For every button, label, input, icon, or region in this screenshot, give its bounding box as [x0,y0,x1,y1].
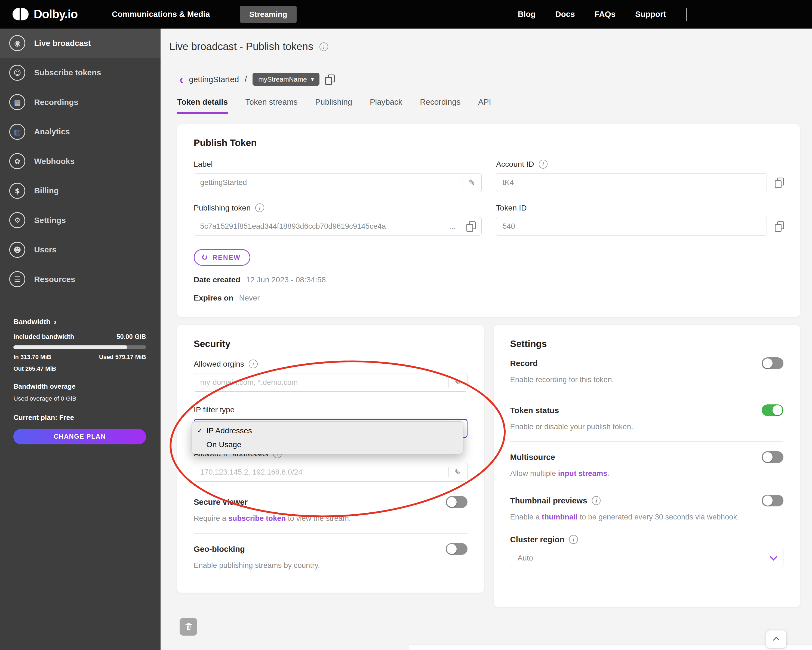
included-bandwidth-row: Included bandwidth 50.00 GiB [13,333,146,341]
broadcast-icon: ◉ [9,35,25,51]
nav-streaming[interactable]: Streaming [240,6,297,23]
bandwidth-progressbar [13,346,146,349]
publish-token-fields: Label gettingStarted ✎ Account ID i tK [194,160,784,236]
sidebar-item-webhooks[interactable]: ✿ Webhooks [0,146,160,176]
sidebar-item-recordings[interactable]: ▤ Recordings [0,88,160,117]
nav-blog[interactable]: Blog [518,9,536,19]
scroll-to-top-button[interactable] [766,630,786,648]
sidebar-item-resources[interactable]: ☰ Resources [0,264,160,294]
top-navbar: Dolby.io Communications & Media Streamin… [0,0,812,29]
sidebar-item-live-broadcast[interactable]: ◉ Live broadcast [0,29,160,58]
dolby-logo[interactable]: Dolby.io [12,8,78,21]
token-status-toggle[interactable] [762,404,783,416]
geo-blocking-toggle[interactable] [446,543,467,555]
tab-recordings[interactable]: Recordings [420,97,461,114]
account-id-label: Account ID [496,160,534,169]
brand-name: Dolby.io [34,8,78,21]
divider [510,394,783,395]
copy-account-id-icon[interactable] [775,178,783,187]
publishing-token-value: 5c7a15291f851ead344f18893d6ccb70d9619c91… [200,222,447,231]
nav-communications-media[interactable]: Communications & Media [112,9,210,19]
account-id-input: tK4 [496,173,767,192]
info-icon[interactable]: i [539,160,548,168]
tab-playback[interactable]: Playback [370,97,403,114]
sidebar-item-subscribe-tokens[interactable]: ☺ Subscribe tokens [0,58,160,87]
ip-filter-dropdown-menu: ✓ IP Addresses On Usage [192,421,463,454]
dropdown-option-ip-addresses[interactable]: ✓ IP Addresses [192,424,463,438]
delete-token-button[interactable] [180,618,197,636]
users-icon: ☻ [9,242,25,258]
breadcrumb-separator: / [245,75,247,84]
sidebar-item-users[interactable]: ☻ Users [0,235,160,264]
bandwidth-title: Bandwidth [13,318,50,326]
input-streams-link[interactable]: input streams [558,469,607,478]
chevron-right-icon: › [53,317,56,327]
stream-name-dropdown[interactable]: myStreamName ▾ [252,73,319,86]
input-divider [462,177,463,188]
tab-api[interactable]: API [478,97,491,114]
sidebar-item-label: Analytics [34,127,70,136]
edit-icon[interactable]: ✎ [468,178,475,187]
allowed-origins-input[interactable]: my-domain.com, *.demo.com ✎ [194,373,468,392]
tab-token-streams[interactable]: Token streams [246,97,298,114]
breadcrumb-token-name[interactable]: gettingStarted [189,75,239,84]
nav-docs[interactable]: Docs [556,9,575,19]
info-icon[interactable]: i [569,535,578,543]
thumbnail-link[interactable]: thumbnail [542,513,578,521]
webhook-icon: ✿ [9,153,25,169]
label-value: gettingStarted [200,178,458,187]
expires-row: Expires on Never [194,294,784,303]
copy-stream-name-icon[interactable] [325,75,334,84]
publish-token-card: Publish Token Label gettingStarted ✎ Acc… [177,124,800,317]
cluster-region-select[interactable]: Auto [510,549,783,568]
change-plan-button[interactable]: CHANGE PLAN [13,429,146,444]
account-id-value: tK4 [502,178,760,187]
bandwidth-out: Out 265.47 MiB [13,365,56,372]
back-chevron-icon[interactable]: ‹ [179,73,183,86]
allowed-origins-label: Allowed orgins [194,359,244,368]
sidebar-item-billing[interactable]: $ Billing [0,176,160,206]
recordings-stack-icon: ▤ [9,94,25,110]
copy-token-id-icon[interactable] [775,221,783,231]
ip-filter-field: IP filter type IP Addresses ✓ IP Address… [194,405,468,438]
edit-icon[interactable]: ✎ [454,378,461,387]
nav-faqs[interactable]: FAQs [595,9,615,19]
sidebar-item-analytics[interactable]: ▦ Analytics [0,117,160,146]
tab-publishing[interactable]: Publishing [315,97,352,114]
ellipsis-indicator: ... [449,222,455,231]
sidebar-item-label: Webhooks [34,157,75,166]
info-icon[interactable]: i [319,43,328,51]
sidebar-item-settings[interactable]: ⚙ Settings [0,206,160,235]
list-icon: ☰ [9,271,25,287]
subscribe-token-link[interactable]: subscribe token [228,514,286,522]
record-section: Record Enable recording for this token. [510,357,783,385]
dropdown-option-on-usage[interactable]: On Usage [192,438,463,452]
allowed-ip-input[interactable]: 170.123.145.2, 192.168.6.0/24 ✎ [194,463,468,482]
option-label: IP Addresses [206,426,252,435]
date-created-value: 12 Jun 2023 - 08:34:58 [246,275,326,284]
info-icon[interactable]: i [255,204,264,212]
date-created-row: Date created 12 Jun 2023 - 08:34:58 [194,275,784,284]
bandwidth-link[interactable]: Bandwidth › [13,317,146,327]
cluster-region-label: Cluster region [510,535,565,544]
tab-token-details[interactable]: Token details [177,97,228,114]
nav-support[interactable]: Support [635,9,666,19]
edit-icon[interactable]: ✎ [454,467,461,477]
allowed-origins-placeholder: my-domain.com, *.demo.com [200,378,444,387]
renew-button[interactable]: ↻ RENEW [194,249,250,266]
thumbnail-toggle[interactable] [762,495,783,507]
secure-viewer-toggle[interactable] [446,496,467,508]
copy-publishing-token-icon[interactable] [466,221,475,231]
label-input[interactable]: gettingStarted ✎ [194,173,482,192]
token-status-title: Token status [510,406,559,415]
info-icon[interactable]: i [249,359,258,368]
sidebar-item-label: Resources [34,275,75,284]
geo-blocking-desc: Enable publishing streams by country. [194,560,468,571]
bandwidth-overage-value: Used overage of 0 GiB [13,395,146,402]
record-toggle[interactable] [762,357,783,369]
chevron-down-icon [770,553,777,560]
info-icon[interactable]: i [592,496,601,505]
multisource-toggle[interactable] [762,451,783,463]
stream-name-label: myStreamName [258,76,307,83]
token-id-field: Token ID 540 [496,204,783,236]
